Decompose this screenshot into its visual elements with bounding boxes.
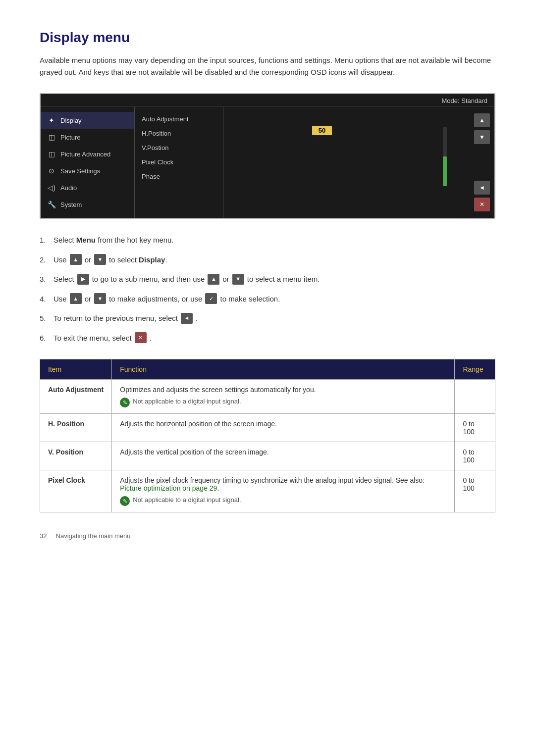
pixel-optimization-link[interactable]: Picture optimization on page 29 (120, 484, 217, 492)
osd-controls: ▲ ▼ ◄ ✕ (470, 107, 494, 218)
osd-value-column: 50 (224, 107, 420, 218)
instruction-step-3: 3. Select ▶ to go to a sub menu, and the… (40, 273, 495, 286)
table-row: V. Position Adjusts the vertical positio… (40, 442, 495, 470)
pixel-note-row: ✎ Not applicable to a digital input sign… (120, 496, 446, 506)
step-3-suffix: to select a menu item. (247, 273, 320, 286)
osd-sidebar-save-settings[interactable]: ⊙ Save Settings (41, 162, 134, 179)
table-cell-function-pixel: Adjusts the pixel clock frequency timing… (112, 470, 455, 512)
osd-mode-bar: Mode: Standard (41, 94, 494, 107)
table-row: H. Position Adjusts the horizontal posit… (40, 414, 495, 442)
osd-sidebar-system[interactable]: 🔧 System (41, 196, 134, 213)
page-title: Display menu (40, 30, 495, 46)
auto-note-icon: ✎ (120, 398, 130, 407)
table-header-function: Function (112, 359, 455, 380)
table-cell-function-auto: Optimizes and adjusts the screen setting… (112, 380, 455, 414)
step-4-check-btn[interactable]: ✓ (205, 293, 217, 304)
instruction-step-5: 5. To return to the previous menu, selec… (40, 312, 495, 325)
step-5-back-btn[interactable]: ◄ (181, 313, 193, 324)
step-6-exit-btn[interactable]: ✕ (135, 332, 147, 343)
instructions-section: 1. Select Menu from the hot key menu. 2.… (40, 234, 495, 344)
pixel-note-text: Not applicable to a digital input signal… (133, 496, 241, 504)
osd-sidebar-picture-advanced[interactable]: ◫ Picture Advanced (41, 146, 134, 162)
step-6-prefix: To exit the menu, select (54, 332, 132, 345)
step-3-right-btn[interactable]: ▶ (77, 274, 89, 285)
osd-menu-column: Auto Adjustment H.Position V.Postion Pix… (135, 107, 224, 218)
step-6-suffix: . (150, 332, 152, 345)
step-2-or: or (85, 253, 91, 266)
step-4-down-btn[interactable]: ▼ (94, 293, 106, 304)
osd-menu-phase[interactable]: Phase (135, 169, 223, 184)
table-cell-item-hpos: H. Position (40, 414, 112, 442)
osd-exit-button[interactable]: ✕ (474, 198, 490, 211)
sidebar-label-audio: Audio (60, 184, 77, 192)
step-4-suffix: to make selection. (220, 293, 280, 305)
table-cell-function-vpos: Adjusts the vertical position of the scr… (112, 442, 455, 470)
osd-back-button[interactable]: ◄ (474, 181, 490, 195)
osd-slider-fill (443, 156, 447, 186)
osd-menu-pixel-clock[interactable]: Pixel Clock (135, 155, 223, 169)
step-5-prefix: To return to the previous menu, select (54, 312, 178, 325)
osd-sidebar-audio[interactable]: ◁) Audio (41, 179, 134, 196)
table-row: Pixel Clock Adjusts the pixel clock freq… (40, 470, 495, 512)
table-cell-range-hpos: 0 to 100 (455, 414, 495, 442)
table-cell-range-pixel: 0 to 100 (455, 470, 495, 512)
step-3-down-btn[interactable]: ▼ (232, 274, 244, 285)
table-cell-item-auto: Auto Adjustment (40, 380, 112, 414)
instructions-list: 1. Select Menu from the hot key menu. 2.… (40, 234, 495, 344)
osd-slider-column (420, 107, 470, 218)
step-3-prefix: Select (54, 273, 74, 286)
osd-up-button[interactable]: ▲ (474, 113, 490, 127)
audio-icon: ◁) (47, 183, 56, 193)
footer-page-num: 32 (40, 532, 47, 540)
step-num-1: 1. (40, 234, 52, 247)
table-cell-range-auto (455, 380, 495, 414)
osd-down-button[interactable]: ▼ (474, 130, 490, 144)
osd-sidebar-picture[interactable]: ◫ Picture (41, 129, 134, 146)
step-3-up-btn[interactable]: ▲ (208, 274, 219, 285)
osd-menu-h-position[interactable]: H.Position (135, 126, 223, 141)
table-cell-range-vpos: 0 to 100 (455, 442, 495, 470)
sidebar-label-picture-advanced: Picture Advanced (60, 151, 110, 158)
osd-value-display: 50 (312, 126, 332, 135)
step-4-middle: to make adjustments, or use (109, 293, 202, 305)
step-1-bold: Menu (76, 236, 96, 244)
auto-note-text: Not applicable to a digital input signal… (133, 398, 241, 405)
osd-controls-bottom: ◄ ✕ (474, 179, 490, 213)
table-row: Auto Adjustment Optimizes and adjusts th… (40, 380, 495, 414)
auto-note-row: ✎ Not applicable to a digital input sign… (120, 398, 446, 407)
osd-slider-track (443, 127, 447, 186)
table-header-item: Item (40, 359, 112, 380)
step-5-suffix: . (196, 312, 198, 325)
pixel-function-text: Adjusts the pixel clock frequency timing… (120, 476, 425, 484)
step-num-4: 4. (40, 293, 52, 305)
footer: 32 Navigating the main menu (40, 532, 495, 540)
save-settings-icon: ⊙ (47, 166, 56, 176)
table-cell-item-vpos: V. Position (40, 442, 112, 470)
step-2-bold: Display (139, 255, 165, 264)
auto-function-text: Optimizes and adjusts the screen setting… (120, 386, 316, 394)
osd-sidebar: ✦ Display ◫ Picture ◫ Picture Advanced ⊙… (41, 107, 135, 218)
step-2-text: Use (54, 253, 67, 266)
pixel-note-icon: ✎ (120, 496, 130, 506)
intro-text: Available menu options may vary dependin… (40, 54, 495, 78)
sidebar-label-system: System (60, 201, 82, 208)
step-num-6: 6. (40, 332, 52, 345)
osd-menu-v-position[interactable]: V.Postion (135, 141, 223, 155)
step-4-or1: or (85, 293, 91, 305)
instruction-step-1: 1. Select Menu from the hot key menu. (40, 234, 495, 247)
table-cell-function-hpos: Adjusts the horizontal position of the s… (112, 414, 455, 442)
step-4-up-btn[interactable]: ▲ (70, 293, 82, 304)
picture-advanced-icon: ◫ (47, 149, 56, 159)
osd-sidebar-display[interactable]: ✦ Display (41, 112, 134, 129)
step-num-5: 5. (40, 312, 52, 325)
display-icon: ✦ (47, 115, 56, 125)
step-2-down-btn[interactable]: ▼ (94, 254, 106, 265)
step-num-2: 2. (40, 253, 52, 266)
instruction-step-4: 4. Use ▲ or ▼ to make adjustments, or us… (40, 293, 495, 305)
step-2-suffix: to select Display. (109, 253, 167, 266)
step-3-middle: to go to a sub menu, and then use (92, 273, 205, 286)
table-cell-item-pixel: Pixel Clock (40, 470, 112, 512)
info-table: Item Function Range Auto Adjustment Opti… (40, 359, 495, 512)
osd-menu-auto-adjustment[interactable]: Auto Adjustment (135, 112, 223, 126)
step-2-up-btn[interactable]: ▲ (70, 254, 82, 265)
